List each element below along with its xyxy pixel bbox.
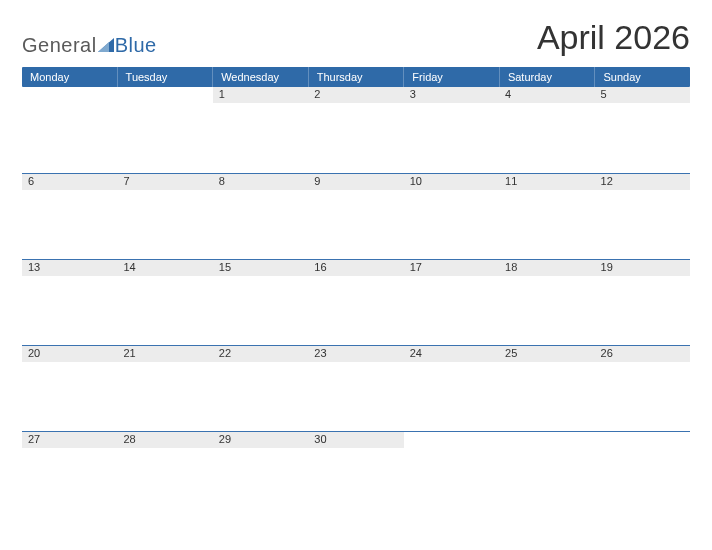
day-number: 11 [499, 174, 594, 190]
day-number: 10 [404, 174, 499, 190]
day-number [595, 432, 690, 448]
day-number: 3 [404, 87, 499, 103]
day-cell: 18 [499, 260, 594, 345]
day-cell: 7 [117, 174, 212, 259]
day-number: 22 [213, 346, 308, 362]
day-cell: 16 [308, 260, 403, 345]
day-cell: 12 [595, 174, 690, 259]
day-number: 21 [117, 346, 212, 362]
brand-part2: Blue [115, 34, 157, 57]
day-cell [499, 432, 594, 517]
day-cell: 22 [213, 346, 308, 431]
day-number: 2 [308, 87, 403, 103]
day-number: 13 [22, 260, 117, 276]
day-cell [595, 432, 690, 517]
day-cell: 9 [308, 174, 403, 259]
logo-triangle-icon [98, 34, 114, 57]
day-cell: 29 [213, 432, 308, 517]
weekday-label: Sunday [595, 67, 690, 87]
brand-part1: General [22, 34, 97, 57]
week-row: 20212223242526 [22, 345, 690, 431]
day-number [499, 432, 594, 448]
day-cell: 23 [308, 346, 403, 431]
week-row: 27282930 [22, 431, 690, 517]
day-cell: 14 [117, 260, 212, 345]
svg-marker-1 [98, 42, 109, 52]
weekday-label: Friday [404, 67, 500, 87]
day-cell: 4 [499, 87, 594, 173]
day-cell: 8 [213, 174, 308, 259]
day-cell: 3 [404, 87, 499, 173]
day-cell [22, 87, 117, 173]
day-number: 28 [117, 432, 212, 448]
day-number: 6 [22, 174, 117, 190]
day-cell: 27 [22, 432, 117, 517]
week-row: 13141516171819 [22, 259, 690, 345]
day-cell: 21 [117, 346, 212, 431]
day-cell: 20 [22, 346, 117, 431]
day-number: 25 [499, 346, 594, 362]
day-number: 19 [595, 260, 690, 276]
day-cell: 5 [595, 87, 690, 173]
day-number: 18 [499, 260, 594, 276]
day-number: 14 [117, 260, 212, 276]
day-cell: 28 [117, 432, 212, 517]
day-number: 17 [404, 260, 499, 276]
day-cell: 13 [22, 260, 117, 345]
day-number: 29 [213, 432, 308, 448]
day-number [404, 432, 499, 448]
day-number [22, 87, 117, 103]
weekday-label: Monday [22, 67, 118, 87]
day-number: 23 [308, 346, 403, 362]
day-cell: 25 [499, 346, 594, 431]
day-cell: 30 [308, 432, 403, 517]
day-cell: 26 [595, 346, 690, 431]
week-row: 6789101112 [22, 173, 690, 259]
day-cell: 15 [213, 260, 308, 345]
weekday-label: Wednesday [213, 67, 309, 87]
day-cell: 17 [404, 260, 499, 345]
day-number: 16 [308, 260, 403, 276]
day-number: 8 [213, 174, 308, 190]
day-number: 27 [22, 432, 117, 448]
day-cell: 10 [404, 174, 499, 259]
weekday-label: Tuesday [118, 67, 214, 87]
day-cell: 1 [213, 87, 308, 173]
brand-logo: General Blue [22, 34, 157, 57]
day-number: 12 [595, 174, 690, 190]
calendar: Monday Tuesday Wednesday Thursday Friday… [22, 67, 690, 517]
day-number: 7 [117, 174, 212, 190]
day-number: 26 [595, 346, 690, 362]
day-number: 30 [308, 432, 403, 448]
weeks-container: 1234567891011121314151617181920212223242… [22, 87, 690, 517]
day-number: 4 [499, 87, 594, 103]
day-cell: 2 [308, 87, 403, 173]
weekday-header: Monday Tuesday Wednesday Thursday Friday… [22, 67, 690, 87]
day-number [117, 87, 212, 103]
day-number: 9 [308, 174, 403, 190]
day-cell: 19 [595, 260, 690, 345]
day-cell: 24 [404, 346, 499, 431]
day-cell: 6 [22, 174, 117, 259]
day-number: 15 [213, 260, 308, 276]
day-cell [404, 432, 499, 517]
weekday-label: Saturday [500, 67, 596, 87]
day-number: 20 [22, 346, 117, 362]
day-number: 1 [213, 87, 308, 103]
weekday-label: Thursday [309, 67, 405, 87]
day-cell [117, 87, 212, 173]
day-number: 5 [595, 87, 690, 103]
week-row: 12345 [22, 87, 690, 173]
page-title: April 2026 [537, 18, 690, 57]
day-cell: 11 [499, 174, 594, 259]
header: General Blue April 2026 [22, 18, 690, 57]
day-number: 24 [404, 346, 499, 362]
